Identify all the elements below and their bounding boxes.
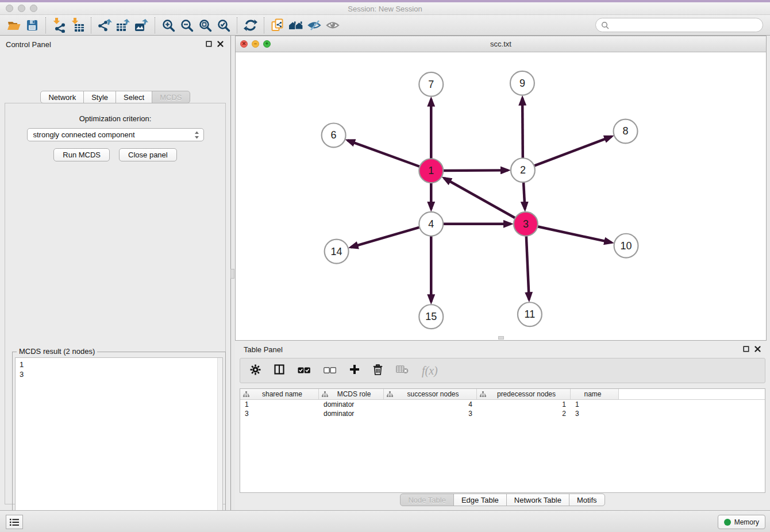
horizontal-splitter-grip[interactable] xyxy=(498,336,504,340)
tab-select[interactable]: Select xyxy=(116,91,152,103)
export-image-icon[interactable] xyxy=(132,17,151,34)
graph-node[interactable]: 9 xyxy=(510,71,534,95)
network-window-titlebar[interactable]: ✕ − + scc.txt xyxy=(236,36,766,52)
column-type-icon xyxy=(480,391,486,397)
column-header-mcds-role[interactable]: MCDS role xyxy=(319,389,384,399)
tab-motifs[interactable]: Motifs xyxy=(569,494,605,506)
graph-node-label: 9 xyxy=(519,78,525,89)
memory-status-icon xyxy=(724,519,731,526)
graph-edge[interactable] xyxy=(526,236,529,300)
graph-edge[interactable] xyxy=(537,226,611,242)
zoom-fit-icon[interactable] xyxy=(196,17,214,34)
search-field[interactable] xyxy=(595,18,763,32)
import-network-icon[interactable] xyxy=(50,17,68,34)
graph-node-label: 8 xyxy=(623,125,629,137)
export-network-icon[interactable] xyxy=(95,17,114,34)
result-line: 1 xyxy=(20,360,222,369)
list-icon xyxy=(10,518,19,526)
graph-node[interactable]: 4 xyxy=(419,212,443,236)
tab-edge-table[interactable]: Edge Table xyxy=(453,494,507,506)
node-table[interactable]: shared name MCDS role successor nodes pr… xyxy=(240,388,765,493)
mcds-tab-content: Optimization criterion: strongly connect… xyxy=(5,103,226,504)
column-type-icon xyxy=(322,391,328,397)
column-header-name[interactable]: name xyxy=(571,389,619,399)
zoom-in-icon[interactable] xyxy=(159,17,178,34)
toolbar-separator xyxy=(91,17,91,33)
open-session-icon[interactable] xyxy=(5,17,23,34)
control-panel-title: Control Panel xyxy=(6,40,51,49)
table-toolbar: f(x) xyxy=(240,358,765,383)
tab-mcds[interactable]: MCDS xyxy=(152,91,190,103)
vertical-splitter-grip[interactable] xyxy=(230,269,234,279)
status-bar: Memory xyxy=(0,510,770,532)
table-settings-gear-icon[interactable] xyxy=(250,364,261,377)
table-panel-title: Table Panel xyxy=(244,345,283,354)
graph-edge[interactable] xyxy=(351,228,420,248)
tab-network-table[interactable]: Network Table xyxy=(506,494,569,506)
search-input[interactable] xyxy=(613,21,763,29)
column-header-shared-name[interactable]: shared name xyxy=(240,389,319,399)
graph-node[interactable]: 8 xyxy=(614,119,638,144)
show-graphics-details-icon[interactable] xyxy=(324,17,342,34)
graph-node-label: 10 xyxy=(621,240,632,252)
graph-node[interactable]: 2 xyxy=(511,158,535,182)
graph-node[interactable]: 11 xyxy=(518,302,542,326)
select-all-checkboxes-icon[interactable] xyxy=(298,365,310,376)
table-row[interactable]: 1 dominator 4 1 1 xyxy=(240,400,765,409)
show-all-networks-icon[interactable] xyxy=(287,17,305,34)
close-panel-icon[interactable] xyxy=(217,41,224,47)
graph-node[interactable]: 3 xyxy=(514,212,538,236)
create-new-column-icon[interactable] xyxy=(349,364,360,377)
graph-node[interactable]: 6 xyxy=(322,124,346,148)
graph-edge[interactable] xyxy=(523,182,525,209)
graph-node-label: 4 xyxy=(428,218,434,230)
delete-table-icon-disabled xyxy=(396,365,409,376)
graph-edge[interactable] xyxy=(444,178,515,218)
task-history-button[interactable] xyxy=(6,515,23,529)
table-header-row: shared name MCDS role successor nodes pr… xyxy=(240,389,765,400)
float-panel-icon[interactable] xyxy=(206,41,212,47)
save-session-icon[interactable] xyxy=(23,17,41,34)
graph-node[interactable]: 7 xyxy=(419,72,443,97)
import-table-icon[interactable] xyxy=(68,17,87,34)
graph-edge[interactable] xyxy=(443,170,508,171)
tab-style[interactable]: Style xyxy=(83,91,116,103)
graph-edge[interactable] xyxy=(348,140,420,167)
result-scrollbar[interactable] xyxy=(217,358,222,532)
tab-node-table[interactable]: Node Table xyxy=(400,494,454,506)
refresh-view-icon[interactable] xyxy=(241,17,260,34)
memory-button[interactable]: Memory xyxy=(718,515,765,529)
mcds-result-list[interactable]: 1 3 xyxy=(15,357,223,532)
show-column-icon[interactable] xyxy=(274,364,284,377)
network-view-window: ✕ − + scc.txt 1234678910111415 xyxy=(235,36,767,341)
deselect-all-checkboxes-icon[interactable] xyxy=(324,365,336,376)
session-title: Session: New Session xyxy=(0,5,770,13)
graph-edge[interactable] xyxy=(522,98,523,159)
column-type-icon xyxy=(387,391,393,397)
graph-node-label: 1 xyxy=(428,165,434,176)
tab-network[interactable]: Network xyxy=(40,91,84,103)
zoom-out-icon[interactable] xyxy=(178,17,196,34)
zoom-selected-icon[interactable] xyxy=(214,17,233,34)
criterion-select[interactable]: strongly connected component xyxy=(27,128,204,141)
graph-node[interactable]: 1 xyxy=(419,159,443,183)
graph-node-label: 6 xyxy=(331,129,337,141)
graph-node[interactable]: 15 xyxy=(419,304,443,329)
column-header-predecessor-nodes[interactable]: predecessor nodes xyxy=(477,389,571,399)
network-canvas-svg: 1234678910111415 xyxy=(236,52,766,340)
run-mcds-button[interactable]: Run MCDS xyxy=(53,148,110,161)
graph-edge[interactable] xyxy=(534,137,611,166)
criterion-value: strongly connected component xyxy=(33,130,135,139)
hide-graphics-details-icon[interactable] xyxy=(305,17,324,34)
close-panel-button[interactable]: Close panel xyxy=(119,148,177,161)
delete-columns-icon[interactable] xyxy=(373,364,383,377)
close-panel-icon[interactable] xyxy=(754,346,761,352)
clone-network-icon[interactable] xyxy=(268,17,287,34)
network-canvas[interactable]: 1234678910111415 xyxy=(236,52,766,340)
export-table-icon[interactable] xyxy=(114,17,132,34)
column-header-successor-nodes[interactable]: successor nodes xyxy=(384,389,477,399)
table-row[interactable]: 3 dominator 3 2 3 xyxy=(240,409,765,418)
graph-node[interactable]: 14 xyxy=(325,240,349,264)
float-panel-icon[interactable] xyxy=(743,346,749,352)
graph-node[interactable]: 10 xyxy=(614,234,638,258)
